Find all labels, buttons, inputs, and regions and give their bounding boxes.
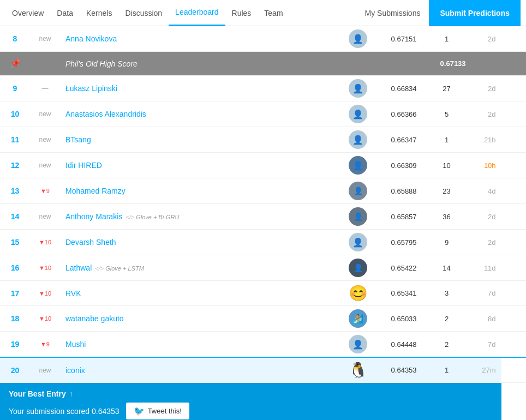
- competitor-name[interactable]: Mushi: [65, 340, 86, 349]
- competitor-name[interactable]: Devarsh Sheth: [65, 238, 116, 247]
- best-entry-row: Your Best Entry ↑ Your submission scored…: [0, 383, 526, 421]
- nav-item-discussion[interactable]: Discussion: [118, 0, 169, 26]
- competitor-name[interactable]: Anthony Marakis: [65, 212, 122, 221]
- code-icon: </>: [125, 214, 134, 220]
- movement-down: ▼10: [39, 290, 51, 297]
- row-time: 11d: [471, 255, 501, 281]
- nav-item-kernels[interactable]: Kernels: [80, 0, 118, 26]
- table-row: 12 new Idir HIRED 👤 0.66309 10 10h: [0, 153, 526, 178]
- row-name: Anna Novikova: [60, 26, 343, 52]
- row-time: 4d: [471, 178, 501, 204]
- submission-score-text: Your submission scored 0.64353: [9, 407, 119, 416]
- table-row: 11 new BTsang 👤 0.66347 1 21h: [0, 127, 526, 153]
- competitor-name[interactable]: RVK: [65, 289, 81, 298]
- twitter-icon: 🐦: [134, 406, 145, 416]
- row-rank: 📌: [0, 52, 30, 76]
- movement-dash: —: [42, 85, 49, 92]
- row-name: Lathwal</> Glove + LSTM: [60, 255, 343, 281]
- row-entries: 36: [422, 204, 471, 230]
- competitor-name[interactable]: Lathwal: [65, 263, 92, 272]
- row-time: 2d: [471, 76, 501, 101]
- row-time: 2d: [471, 101, 501, 127]
- competitor-name[interactable]: watanabe gakuto: [65, 314, 124, 323]
- row-name: BTsang: [60, 127, 343, 153]
- row-rank: 16: [0, 255, 30, 281]
- competitor-name[interactable]: Idir HIRED: [65, 161, 102, 170]
- row-score: 0.67151: [373, 26, 422, 52]
- row-name: iconix: [60, 357, 343, 383]
- nav-item-rules[interactable]: Rules: [225, 0, 258, 26]
- row-movement: new: [30, 357, 60, 383]
- row-rank: 8: [0, 26, 30, 52]
- row-score: 0.66347: [373, 127, 422, 153]
- row-entries: 27: [422, 76, 471, 101]
- nav-item-team[interactable]: Team: [258, 0, 289, 26]
- row-name: Anastasios Alexandridis: [60, 101, 343, 127]
- row-name: Mushi: [60, 332, 343, 358]
- movement-new: new: [39, 110, 51, 118]
- movement-new: new: [39, 213, 51, 220]
- row-avatar: 👤: [343, 204, 373, 230]
- nav-item-data[interactable]: Data: [50, 0, 80, 26]
- competitor-name[interactable]: Mohamed Ramzy: [65, 187, 125, 195]
- row-score: 0.65422: [373, 255, 422, 281]
- tweet-label: Tweet this!: [148, 407, 182, 415]
- nav-bar: Overview Data Kernels Discussion Leaderb…: [0, 0, 526, 26]
- row-name: Mohamed Ramzy: [60, 178, 343, 204]
- best-entry-banner: Your Best Entry ↑ Your submission scored…: [0, 383, 501, 420]
- row-name: Anthony Marakis</> Glove + Bi-GRU: [60, 204, 343, 230]
- competitor-name[interactable]: Anna Novikova: [65, 34, 117, 43]
- row-rank: 10: [0, 101, 30, 127]
- table-row: 15 ▼10 Devarsh Sheth 👤 0.65795 9 2d: [0, 230, 526, 255]
- row-movement: ▼10: [30, 306, 60, 332]
- submit-predictions-button[interactable]: Submit Predictions: [429, 0, 521, 26]
- table-row: 14 new Anthony Marakis</> Glove + Bi-GRU…: [0, 204, 526, 230]
- row-avatar: 😊: [343, 281, 373, 306]
- table-row: 20 new iconix 🐧 0.64353 1 27m: [0, 357, 526, 383]
- row-time: 2d: [471, 26, 501, 52]
- row-rank: 13: [0, 178, 30, 204]
- row-time: 8d: [471, 306, 501, 332]
- row-name: RVK: [60, 281, 343, 306]
- row-rank: 18: [0, 306, 30, 332]
- row-entries: 5: [422, 101, 471, 127]
- row-avatar: 🐧: [343, 357, 373, 383]
- tweet-button[interactable]: 🐦 Tweet this!: [126, 403, 189, 419]
- best-entry-sub: Your submission scored 0.64353 🐦 Tweet t…: [9, 403, 493, 419]
- competitor-name[interactable]: Łukasz Lipinski: [65, 84, 117, 93]
- movement-down: ▼9: [40, 188, 50, 194]
- row-score: 0.64448: [373, 332, 422, 358]
- movement-down: ▼9: [40, 341, 50, 347]
- row-movement: —: [30, 76, 60, 101]
- my-submissions-link[interactable]: My Submissions: [356, 0, 429, 26]
- table-row: 9 — Łukasz Lipinski 👤 0.66834 27 2d: [0, 76, 526, 101]
- nav-item-overview[interactable]: Overview: [5, 0, 50, 26]
- row-rank: 19: [0, 332, 30, 358]
- row-movement: ▼10: [30, 281, 60, 306]
- row-entries: 23: [422, 178, 471, 204]
- leaderboard-table: 8 new Anna Novikova 👤 0.67151 1 2d 📌 Phi…: [0, 26, 526, 420]
- movement-new: new: [39, 35, 51, 43]
- row-tag: </> Glove + Bi-GRU: [122, 214, 179, 220]
- table-row: 8 new Anna Novikova 👤 0.67151 1 2d: [0, 26, 526, 52]
- competitor-name[interactable]: BTsang: [65, 135, 91, 144]
- best-entry-title: Your Best Entry ↑: [9, 389, 493, 398]
- row-entries: 2: [422, 332, 471, 358]
- row-time: 2d: [471, 204, 501, 230]
- competitor-name[interactable]: iconix: [65, 366, 85, 375]
- row-entries: 1: [422, 127, 471, 153]
- row-movement: new: [30, 26, 60, 52]
- table-row: 📌 Phil's Old High Score 0.67133: [0, 52, 526, 76]
- row-entries: 1: [422, 26, 471, 52]
- row-score: 0.66366: [373, 101, 422, 127]
- pin-icon: 📌: [10, 59, 21, 68]
- nav-item-leaderboard[interactable]: Leaderboard: [169, 0, 225, 26]
- row-time: 27m: [471, 357, 501, 383]
- movement-down: ▼10: [39, 239, 51, 245]
- row-score: 0.66834: [373, 76, 422, 101]
- competitor-name[interactable]: Anastasios Alexandridis: [65, 110, 146, 118]
- row-score: 0.66309: [373, 153, 422, 178]
- row-avatar: 👤: [343, 101, 373, 127]
- row-movement: ▼10: [30, 255, 60, 281]
- row-tag: </> Glove + LSTM: [92, 265, 144, 272]
